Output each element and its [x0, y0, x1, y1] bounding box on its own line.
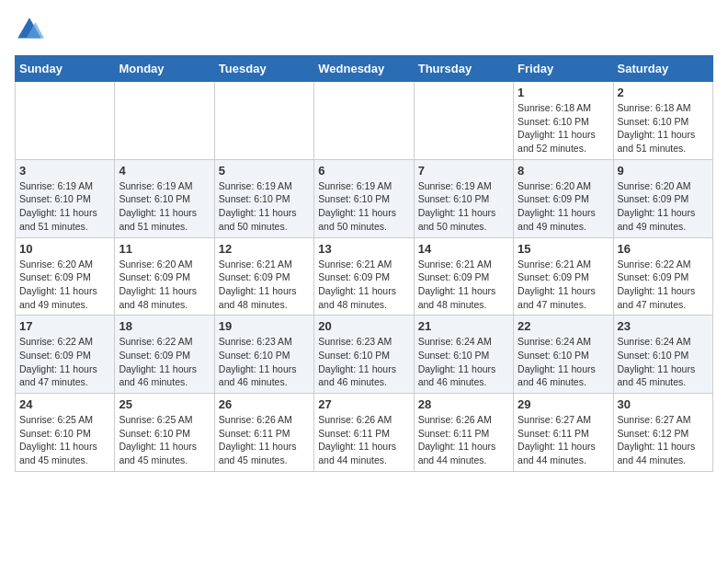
calendar-cell: 28Sunrise: 6:26 AM Sunset: 6:11 PM Dayli…	[414, 394, 513, 472]
calendar-cell: 15Sunrise: 6:21 AM Sunset: 6:09 PM Dayli…	[514, 237, 613, 316]
day-number: 26	[219, 397, 310, 411]
logo	[15, 15, 48, 44]
calendar-cell	[16, 82, 115, 160]
day-number: 11	[119, 242, 210, 256]
calendar-cell: 7Sunrise: 6:19 AM Sunset: 6:10 PM Daylig…	[414, 159, 513, 237]
day-number: 9	[618, 164, 709, 178]
calendar-cell: 6Sunrise: 6:19 AM Sunset: 6:10 PM Daylig…	[314, 159, 414, 237]
weekday-header: Sunday	[16, 56, 115, 82]
day-detail: Sunrise: 6:20 AM Sunset: 6:09 PM Dayligh…	[618, 179, 709, 234]
day-detail: Sunrise: 6:23 AM Sunset: 6:10 PM Dayligh…	[219, 335, 310, 389]
day-number: 6	[318, 164, 409, 178]
day-number: 23	[618, 319, 709, 333]
day-detail: Sunrise: 6:26 AM Sunset: 6:11 PM Dayligh…	[418, 413, 509, 467]
calendar-week-row: 10Sunrise: 6:20 AM Sunset: 6:09 PM Dayli…	[16, 237, 713, 316]
day-number: 27	[318, 397, 409, 411]
calendar-cell	[414, 82, 513, 160]
weekday-header: Saturday	[613, 56, 712, 82]
weekday-header: Wednesday	[314, 56, 414, 82]
header	[15, 15, 713, 44]
calendar-week-row: 3Sunrise: 6:19 AM Sunset: 6:10 PM Daylig…	[16, 159, 713, 237]
calendar-cell: 14Sunrise: 6:21 AM Sunset: 6:09 PM Dayli…	[414, 237, 513, 316]
day-detail: Sunrise: 6:19 AM Sunset: 6:10 PM Dayligh…	[119, 179, 210, 234]
day-number: 4	[119, 164, 210, 178]
day-number: 29	[518, 397, 609, 411]
day-detail: Sunrise: 6:19 AM Sunset: 6:10 PM Dayligh…	[418, 179, 509, 234]
day-number: 19	[219, 319, 310, 333]
weekday-header: Thursday	[414, 56, 513, 82]
calendar-week-row: 24Sunrise: 6:25 AM Sunset: 6:10 PM Dayli…	[16, 394, 713, 472]
calendar-cell: 26Sunrise: 6:26 AM Sunset: 6:11 PM Dayli…	[214, 394, 313, 472]
day-number: 16	[618, 242, 709, 256]
day-detail: Sunrise: 6:19 AM Sunset: 6:10 PM Dayligh…	[19, 179, 110, 234]
calendar-cell	[115, 82, 214, 160]
day-number: 8	[518, 164, 609, 178]
calendar-cell: 9Sunrise: 6:20 AM Sunset: 6:09 PM Daylig…	[613, 159, 712, 237]
day-number: 3	[19, 164, 110, 178]
calendar-week-row: 1Sunrise: 6:18 AM Sunset: 6:10 PM Daylig…	[16, 82, 713, 160]
calendar-cell: 21Sunrise: 6:24 AM Sunset: 6:10 PM Dayli…	[414, 316, 513, 394]
weekday-header: Tuesday	[214, 56, 313, 82]
day-detail: Sunrise: 6:24 AM Sunset: 6:10 PM Dayligh…	[418, 335, 509, 389]
day-number: 14	[418, 242, 509, 256]
day-number: 25	[119, 397, 210, 411]
calendar-cell: 8Sunrise: 6:20 AM Sunset: 6:09 PM Daylig…	[514, 159, 613, 237]
weekday-header: Friday	[514, 56, 613, 82]
calendar-cell: 19Sunrise: 6:23 AM Sunset: 6:10 PM Dayli…	[214, 316, 313, 394]
day-detail: Sunrise: 6:21 AM Sunset: 6:09 PM Dayligh…	[219, 258, 310, 312]
calendar-cell: 1Sunrise: 6:18 AM Sunset: 6:10 PM Daylig…	[514, 82, 613, 160]
calendar-cell: 3Sunrise: 6:19 AM Sunset: 6:10 PM Daylig…	[16, 159, 115, 237]
calendar-cell: 16Sunrise: 6:22 AM Sunset: 6:09 PM Dayli…	[613, 237, 712, 316]
day-detail: Sunrise: 6:24 AM Sunset: 6:10 PM Dayligh…	[618, 335, 709, 389]
day-detail: Sunrise: 6:20 AM Sunset: 6:09 PM Dayligh…	[19, 258, 110, 312]
calendar-cell: 11Sunrise: 6:20 AM Sunset: 6:09 PM Dayli…	[115, 237, 214, 316]
calendar-cell: 17Sunrise: 6:22 AM Sunset: 6:09 PM Dayli…	[16, 316, 115, 394]
day-number: 20	[318, 319, 409, 333]
day-number: 17	[19, 319, 110, 333]
day-detail: Sunrise: 6:19 AM Sunset: 6:10 PM Dayligh…	[318, 179, 409, 234]
day-number: 15	[518, 242, 609, 256]
weekday-header: Monday	[115, 56, 214, 82]
day-number: 21	[418, 319, 509, 333]
day-detail: Sunrise: 6:25 AM Sunset: 6:10 PM Dayligh…	[119, 413, 210, 467]
calendar-cell: 30Sunrise: 6:27 AM Sunset: 6:12 PM Dayli…	[613, 394, 712, 472]
day-detail: Sunrise: 6:22 AM Sunset: 6:09 PM Dayligh…	[119, 335, 210, 389]
calendar-cell: 23Sunrise: 6:24 AM Sunset: 6:10 PM Dayli…	[613, 316, 712, 394]
day-number: 1	[518, 86, 609, 99]
calendar-cell: 29Sunrise: 6:27 AM Sunset: 6:11 PM Dayli…	[514, 394, 613, 472]
calendar-cell: 5Sunrise: 6:19 AM Sunset: 6:10 PM Daylig…	[214, 159, 313, 237]
day-detail: Sunrise: 6:21 AM Sunset: 6:09 PM Dayligh…	[418, 258, 509, 312]
calendar-cell	[214, 82, 313, 160]
day-number: 30	[618, 397, 709, 411]
day-number: 12	[219, 242, 310, 256]
day-number: 2	[618, 86, 709, 99]
day-detail: Sunrise: 6:23 AM Sunset: 6:10 PM Dayligh…	[318, 335, 409, 389]
calendar-cell: 24Sunrise: 6:25 AM Sunset: 6:10 PM Dayli…	[16, 394, 115, 472]
day-detail: Sunrise: 6:24 AM Sunset: 6:10 PM Dayligh…	[518, 335, 609, 389]
day-detail: Sunrise: 6:20 AM Sunset: 6:09 PM Dayligh…	[518, 179, 609, 234]
day-number: 7	[418, 164, 509, 178]
day-detail: Sunrise: 6:26 AM Sunset: 6:11 PM Dayligh…	[318, 413, 409, 467]
day-number: 10	[19, 242, 110, 256]
day-number: 28	[418, 397, 509, 411]
day-number: 22	[518, 319, 609, 333]
day-number: 18	[119, 319, 210, 333]
weekday-header-row: SundayMondayTuesdayWednesdayThursdayFrid…	[16, 56, 713, 82]
calendar-cell: 18Sunrise: 6:22 AM Sunset: 6:09 PM Dayli…	[115, 316, 214, 394]
day-detail: Sunrise: 6:27 AM Sunset: 6:11 PM Dayligh…	[518, 413, 609, 467]
calendar-cell: 12Sunrise: 6:21 AM Sunset: 6:09 PM Dayli…	[214, 237, 313, 316]
day-detail: Sunrise: 6:22 AM Sunset: 6:09 PM Dayligh…	[19, 335, 110, 389]
day-detail: Sunrise: 6:19 AM Sunset: 6:10 PM Dayligh…	[219, 179, 310, 234]
day-detail: Sunrise: 6:18 AM Sunset: 6:10 PM Dayligh…	[618, 101, 709, 155]
day-detail: Sunrise: 6:18 AM Sunset: 6:10 PM Dayligh…	[518, 101, 609, 155]
calendar-cell: 20Sunrise: 6:23 AM Sunset: 6:10 PM Dayli…	[314, 316, 414, 394]
calendar-cell: 2Sunrise: 6:18 AM Sunset: 6:10 PM Daylig…	[613, 82, 712, 160]
day-number: 13	[318, 242, 409, 256]
logo-icon	[15, 15, 44, 44]
day-number: 5	[219, 164, 310, 178]
calendar: SundayMondayTuesdayWednesdayThursdayFrid…	[15, 55, 713, 472]
calendar-week-row: 17Sunrise: 6:22 AM Sunset: 6:09 PM Dayli…	[16, 316, 713, 394]
day-detail: Sunrise: 6:21 AM Sunset: 6:09 PM Dayligh…	[518, 258, 609, 312]
day-detail: Sunrise: 6:22 AM Sunset: 6:09 PM Dayligh…	[618, 258, 709, 312]
calendar-cell: 10Sunrise: 6:20 AM Sunset: 6:09 PM Dayli…	[16, 237, 115, 316]
